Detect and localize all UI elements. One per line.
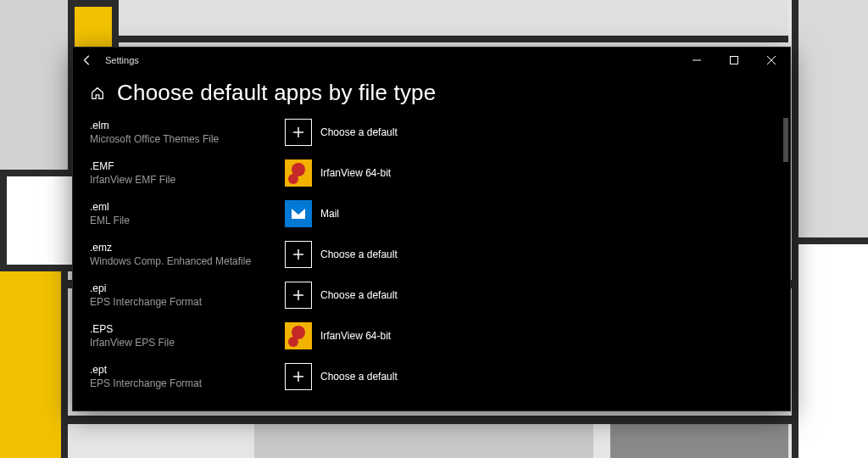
page-title: Choose default apps by file type [117, 80, 436, 106]
window-title: Settings [105, 55, 139, 65]
file-description: IrfanView EPS File [90, 337, 268, 349]
mail-icon [285, 200, 312, 227]
file-type-list: .elmMicrosoft Office Themes FileChoose a… [90, 118, 790, 391]
file-type-row: .epiEPS Interchange FormatChoose a defau… [90, 281, 790, 310]
file-extension: .EMF [90, 160, 268, 172]
file-description: Windows Comp. Enhanced Metafile [90, 255, 268, 267]
default-app-label: Choose a default [320, 289, 398, 301]
content-area: .elmMicrosoft Office Themes FileChoose a… [73, 118, 790, 411]
file-type-info: .EPSIrfanView EPS File [90, 321, 268, 349]
plus-icon [285, 282, 312, 309]
default-app-button[interactable]: Mail [285, 199, 351, 228]
file-type-row: .emzWindows Comp. Enhanced MetafileChoos… [90, 240, 790, 269]
file-description: EPS Interchange Format [90, 296, 268, 308]
svg-rect-0 [731, 57, 738, 64]
plus-icon [285, 119, 312, 146]
file-type-info: .epiEPS Interchange Format [90, 281, 268, 308]
default-app-button[interactable]: Choose a default [285, 362, 409, 391]
file-description: EPS Interchange Format [90, 377, 268, 389]
file-type-info: .emlEML File [90, 199, 268, 226]
irfanview-icon [285, 159, 312, 187]
close-button[interactable] [753, 47, 790, 73]
file-type-row: .EMFIrfanView EMF FileIrfanView 64-bit [90, 159, 790, 187]
default-app-button[interactable]: IrfanView 64-bit [285, 159, 403, 187]
file-extension: .EPS [90, 323, 268, 335]
default-app-label: Choose a default [320, 126, 398, 138]
default-app-label: IrfanView 64-bit [320, 167, 391, 179]
default-app-label: Choose a default [320, 371, 398, 383]
default-app-button[interactable]: Choose a default [285, 240, 409, 269]
back-button[interactable] [81, 54, 93, 66]
file-type-info: .emzWindows Comp. Enhanced Metafile [90, 240, 268, 267]
file-type-row: .eptEPS Interchange FormatChoose a defau… [90, 362, 790, 391]
default-app-label: IrfanView 64-bit [320, 330, 391, 342]
file-description: Microsoft Office Themes File [90, 133, 268, 145]
file-description: IrfanView EMF File [90, 174, 268, 186]
file-type-row: .EPSIrfanView EPS FileIrfanView 64-bit [90, 321, 790, 350]
file-extension: .ept [90, 364, 268, 376]
file-extension: .eml [90, 201, 268, 213]
settings-window: Settings Choose default apps by file typ… [72, 47, 791, 411]
plus-icon [285, 363, 312, 390]
file-description: EML File [90, 215, 268, 226]
file-type-info: .EMFIrfanView EMF File [90, 159, 268, 186]
default-app-button[interactable]: Choose a default [285, 281, 409, 310]
desktop-wallpaper: Settings Choose default apps by file typ… [0, 0, 868, 458]
file-type-row: .emlEML FileMail [90, 199, 790, 228]
window-controls [678, 47, 790, 73]
irfanview-icon [285, 322, 312, 349]
maximize-button[interactable] [715, 47, 753, 73]
titlebar: Settings [73, 47, 790, 73]
default-app-button[interactable]: Choose a default [285, 118, 409, 147]
minimize-button[interactable] [678, 47, 715, 73]
scrollbar-thumb[interactable] [783, 118, 788, 162]
file-extension: .emz [90, 242, 268, 254]
file-extension: .epi [90, 282, 268, 294]
plus-icon [285, 241, 312, 268]
file-type-info: .elmMicrosoft Office Themes File [90, 118, 268, 145]
default-app-label: Choose a default [320, 249, 398, 260]
file-type-info: .eptEPS Interchange Format [90, 362, 268, 389]
default-app-label: Mail [320, 208, 339, 220]
file-extension: .elm [90, 120, 268, 131]
default-app-button[interactable]: IrfanView 64-bit [285, 321, 403, 350]
home-icon[interactable] [90, 86, 105, 101]
page-header: Choose default apps by file type [73, 73, 790, 118]
file-type-row: .elmMicrosoft Office Themes FileChoose a… [90, 118, 790, 147]
scrollbar[interactable] [783, 118, 788, 411]
